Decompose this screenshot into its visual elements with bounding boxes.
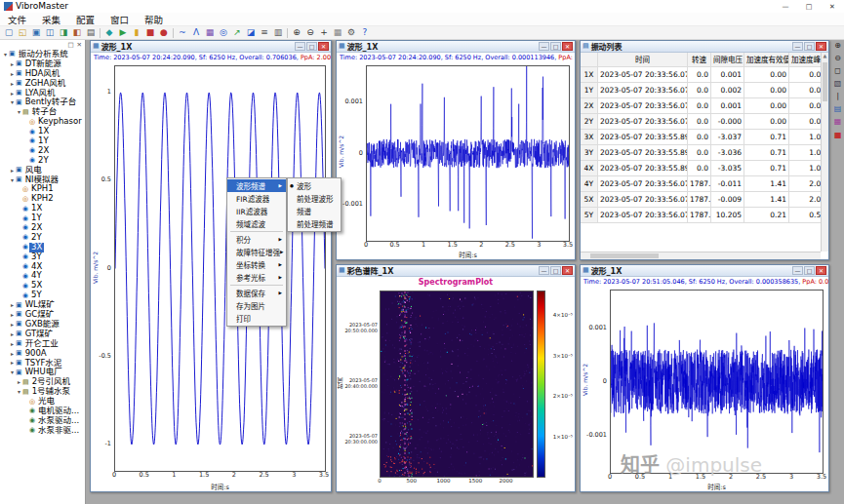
table-cell[interactable]: 2023-05-07 20:33:56.078 (598, 192, 688, 208)
table-row-header[interactable]: 4Y (581, 176, 598, 192)
minimize-icon[interactable]: — (792, 266, 803, 275)
tree-expander-icon[interactable]: ▾ (16, 389, 22, 395)
new-file-icon[interactable]: ▢ (3, 27, 16, 39)
zoom-in-icon[interactable]: ⊕ (834, 42, 841, 50)
context-submenu-item[interactable]: 频谱 (288, 205, 341, 217)
table-cell[interactable]: 1.41 (744, 192, 789, 208)
table-row-header[interactable]: 3Y (581, 145, 598, 161)
table-cell[interactable]: 1.41 (744, 176, 789, 192)
table-cell[interactable]: 2023-05-07 20:33:55.891 (598, 161, 688, 176)
maximize-icon[interactable]: □ (306, 42, 317, 51)
table-cell[interactable]: 2023-05-07 20:33:56.078 (598, 114, 688, 130)
export-data-icon[interactable]: ◧ (71, 27, 84, 39)
record-data-icon[interactable]: ● (158, 27, 171, 39)
close-icon[interactable]: ✕ (318, 42, 329, 51)
table-cell[interactable]: 0.0 (688, 98, 711, 114)
zoom-out-icon[interactable]: ⊖ (834, 55, 841, 62)
tree-expander-icon[interactable]: ▸ (9, 360, 16, 366)
table-column-header[interactable]: 加速度有效值 (744, 53, 789, 67)
table-cell[interactable]: 1.04 (789, 145, 821, 161)
start-acquisition-icon[interactable]: ▶ (117, 27, 130, 39)
context-menu-item[interactable]: 积分▶ (227, 233, 286, 246)
print-icon[interactable]: ▤ (85, 27, 98, 39)
table-row-header[interactable]: 2Y (581, 114, 598, 130)
maximize-icon[interactable]: □ (804, 266, 815, 275)
table-cell[interactable]: 2023-05-07 20:33:55.891 (598, 145, 688, 161)
scrollbar-thumb[interactable] (590, 253, 659, 258)
minimize-icon[interactable]: — (792, 42, 803, 51)
tree-expander-icon[interactable]: ▾ (16, 109, 22, 115)
table-column-header[interactable]: 加速度峰值 (789, 53, 821, 67)
table-cell[interactable]: 0.001 (711, 98, 744, 114)
title-bar[interactable]: VibroMaster — □ ✕ (0, 0, 844, 13)
table-cell[interactable]: 0.01 (789, 67, 821, 83)
tree-expander-icon[interactable]: ▸ (16, 379, 22, 385)
close-icon[interactable]: ✕ (562, 42, 573, 51)
table-row-header[interactable]: 2X (581, 98, 598, 114)
maximize-icon[interactable]: □ (804, 42, 815, 51)
tree-item[interactable]: ◉1X (0, 204, 85, 213)
context-submenu-item[interactable]: 前处理波形 (288, 192, 341, 205)
menu-config[interactable]: 配置 (68, 13, 102, 25)
close-icon[interactable]: ✕ (816, 42, 826, 51)
table-column-header[interactable]: 间隙电压 (711, 53, 744, 67)
cursor-tool-icon[interactable]: + (318, 27, 331, 39)
table-row-header[interactable]: 5Y (581, 208, 598, 223)
child-window-titlebar[interactable]: ▦ 波形_1X — □ ✕ (581, 265, 828, 277)
save-icon[interactable]: ▣ (30, 27, 43, 39)
table-cell[interactable]: -3.037 (711, 130, 744, 145)
tree-item[interactable]: ◉2Y (0, 233, 85, 243)
table-column-header[interactable]: 时间 (598, 53, 688, 67)
table-cell[interactable]: 2.01 (789, 192, 821, 208)
context-menu-item[interactable]: 存为图片 (227, 299, 286, 312)
open-file-icon[interactable]: ◱ (17, 27, 29, 39)
table-cell[interactable]: 1787.0 (688, 192, 711, 208)
tree-expander-icon[interactable]: ▸ (9, 331, 16, 337)
plot-axes[interactable] (366, 65, 570, 242)
tree-item[interactable]: ◉2Y (0, 156, 85, 166)
context-menu-item[interactable]: 频域滤波 (227, 217, 286, 230)
tree-expander-icon[interactable]: ▸ (9, 81, 16, 87)
fit-view-icon[interactable]: ◻ (834, 67, 841, 75)
connect-device-icon[interactable]: ◆ (103, 27, 116, 39)
table-cell[interactable]: 2023-05-07 20:33:56.078 (598, 176, 688, 192)
table-cell[interactable]: -3.035 (711, 161, 744, 176)
context-menu-item[interactable]: 波形频谱▶ (227, 179, 286, 192)
menu-acquisition[interactable]: 采集 (34, 13, 68, 25)
horizontal-scrollbar[interactable] (581, 252, 821, 259)
table-cell[interactable]: 1787.0 (688, 176, 711, 192)
pause-acquisition-icon[interactable]: ▮ (131, 27, 143, 39)
tree-item[interactable]: ◉3X (0, 243, 85, 252)
maximize-icon[interactable]: □ (797, 0, 821, 13)
tree-item[interactable]: ◉4X (0, 262, 85, 272)
table-cell[interactable]: 0.0 (688, 145, 711, 161)
tree-expander-icon[interactable]: ▸ (9, 91, 16, 97)
stop-acquisition-icon[interactable]: ■ (144, 27, 157, 39)
table-cell[interactable]: 0.0 (688, 67, 711, 83)
maximize-icon[interactable]: □ (550, 266, 561, 275)
waveform-view-icon[interactable]: ~ (177, 27, 189, 39)
region-select-icon[interactable]: ▧ (834, 80, 842, 88)
table-cell[interactable]: 2023-05-07 20:33:56.078 (598, 67, 688, 83)
cursor-icon[interactable]: ∣ (836, 93, 840, 100)
table-row-header[interactable]: 4X (581, 161, 598, 176)
tree-item[interactable]: ◉2X (0, 223, 85, 233)
table-cell[interactable]: -3.036 (711, 145, 744, 161)
panel-float-icon[interactable]: □ (67, 42, 73, 49)
tree-item[interactable]: ◉1Y (0, 213, 85, 223)
plot-axes[interactable] (610, 290, 824, 474)
table-cell[interactable]: 0.00 (789, 98, 821, 114)
tree-expander-icon[interactable]: ▸ (9, 351, 16, 357)
child-window-titlebar[interactable]: ▦ 波形_1X — □ ✕ (91, 41, 331, 53)
table-cell[interactable]: 0.71 (744, 161, 789, 176)
report-view-icon[interactable]: ▥ (272, 27, 285, 39)
tree-item[interactable]: ◎KPH2 (0, 194, 85, 204)
scrollbar-thumb[interactable] (823, 62, 827, 101)
table-column-header[interactable]: 转速 (688, 53, 711, 67)
tree-expander-icon[interactable]: ▸ (9, 312, 16, 318)
tree-expander-icon[interactable]: ▸ (9, 322, 16, 328)
table-cell[interactable]: 2023-05-07 20:33:56.078 (598, 98, 688, 114)
context-menu-item[interactable]: 坐标转换▶ (227, 258, 286, 271)
table-cell[interactable]: 0.00 (744, 67, 789, 83)
tree-item[interactable]: ◉4Y (0, 271, 85, 281)
